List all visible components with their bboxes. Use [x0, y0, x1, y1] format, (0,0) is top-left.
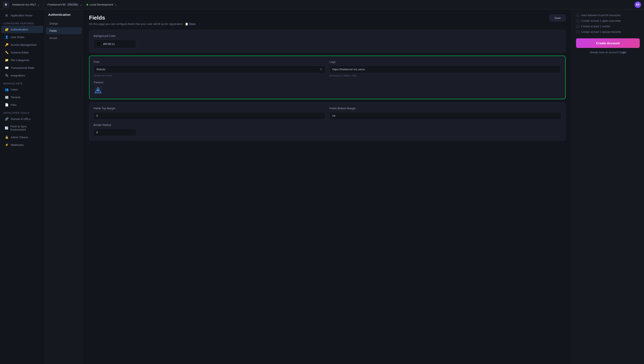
- password-rules: ○ Have between 8 and 64 characters ○ Con…: [576, 14, 640, 34]
- project-chevron-icon: ⌄: [37, 3, 40, 6]
- sidebar-item-label: Users: [11, 88, 18, 91]
- user-avatar[interactable]: EP: [635, 2, 641, 8]
- favicon-preview[interactable]: [94, 86, 102, 94]
- sidebar-item-label: Domain & URLs: [11, 117, 30, 120]
- sidebar-item-label: Tenants: [11, 96, 20, 99]
- rule-item-4: ○ Contain at least 1 special character: [576, 30, 640, 34]
- top-margin-section: Fields Top Margin: [94, 107, 325, 120]
- rule-icon-1: ○: [576, 14, 580, 17]
- subnav-title: Authentication: [45, 13, 83, 20]
- flush-sync-icon: 🔄: [5, 126, 8, 130]
- home-icon: ⊞: [5, 14, 8, 17]
- sidebar-item-label: Authentication: [11, 28, 28, 31]
- subnav-social-label: Social: [50, 36, 57, 40]
- plan-badge: Free Plan: [67, 3, 78, 6]
- sidebar-item-file-categories[interactable]: 📁 File Categories: [1, 56, 43, 64]
- app-logo: R: [3, 2, 9, 8]
- sidebar-item-label: Admin Tokens: [11, 136, 28, 139]
- sidebar-item-label: Application Home: [11, 14, 32, 17]
- rule-icon-3: ○: [576, 25, 580, 28]
- docs-link[interactable]: 📋 Docs: [185, 22, 196, 26]
- sidebar: ⊞ Application Home Configure Features 🔐 …: [0, 9, 45, 364]
- sidebar-item-transactional-mails[interactable]: ✉️ Transactional Mails: [1, 64, 43, 71]
- env-selector[interactable]: Local Development ⌄: [86, 3, 117, 6]
- font-logo-card: Font Roboto ▼ Set the form Font Logo Dim…: [89, 56, 566, 99]
- sidebar-item-label: Files: [11, 103, 16, 106]
- sidebar-item-flush-sync[interactable]: 🔄 Flush & Sync Environment: [1, 123, 43, 133]
- subnav-item-social[interactable]: Social: [46, 34, 82, 42]
- bottom-margin-label: Fields Bottom Margin: [330, 107, 561, 110]
- color-row[interactable]: #0C0E12: [94, 40, 136, 48]
- page-title: Fields: [89, 14, 196, 21]
- version-chevron-icon: ⌄: [80, 3, 82, 6]
- sidebar-item-schema-editor[interactable]: ✏️ Schema Editor: [1, 49, 43, 56]
- project-selector[interactable]: freelancer-inc-05c7 ⌄: [12, 3, 40, 6]
- file-categories-icon: 📁: [5, 58, 8, 62]
- sidebar-item-application-home[interactable]: ⊞ Application Home: [1, 12, 43, 19]
- user-roles-icon: 👤: [5, 35, 8, 39]
- sidebar-item-user-roles[interactable]: 👤 User Roles: [1, 34, 43, 41]
- rule-item-3: ○ Contain at least 1 number: [576, 25, 640, 28]
- rule-icon-4: ○: [576, 30, 580, 34]
- rule-item-1: ○ Have between 8 and 64 characters: [576, 14, 640, 17]
- webhooks-icon: ⚡: [5, 143, 8, 146]
- top-margin-input[interactable]: [94, 112, 325, 120]
- env-chevron-icon: ⌄: [114, 3, 117, 6]
- content-area: Fields On this page you can configure fi…: [83, 9, 644, 364]
- subnav-item-fields[interactable]: Fields: [46, 27, 82, 34]
- env-status-dot: [86, 4, 88, 6]
- subnav-design-label: Design: [50, 22, 58, 25]
- subnav-fields-label: Fields: [50, 29, 57, 32]
- version-selector[interactable]: FreelancerV30 Free Plan ⌄: [48, 3, 82, 6]
- background-color-card: Background Color #0C0E12: [89, 30, 566, 52]
- configure-features-section: Configure Features: [0, 19, 44, 26]
- files-icon: 📄: [5, 103, 8, 106]
- border-radius-input[interactable]: [94, 129, 136, 136]
- sidebar-item-label: User Roles: [11, 36, 24, 39]
- font-select-arrow-icon: ▼: [320, 68, 322, 71]
- sidebar-item-admin-tokens[interactable]: 🔒 Admin Tokens: [1, 134, 43, 141]
- border-radius-label: Border Radius: [94, 123, 561, 126]
- create-account-button[interactable]: Create Account: [576, 38, 640, 48]
- version-label: FreelancerV30: [48, 3, 66, 6]
- page-description: On this page you can configure fields th…: [89, 22, 196, 26]
- svg-point-2: [97, 90, 99, 91]
- transactional-mails-icon: ✉️: [5, 66, 8, 70]
- right-panel: ○ Have between 8 and 64 characters ○ Con…: [572, 9, 644, 364]
- bottom-margin-input[interactable]: [330, 112, 561, 120]
- domain-icon: 🔗: [5, 117, 8, 120]
- sidebar-item-label: File Categories: [11, 58, 29, 62]
- font-label: Font: [94, 60, 325, 64]
- sidebar-item-users[interactable]: 👥 Users: [1, 86, 43, 93]
- sidebar-item-files[interactable]: 📄 Files: [1, 101, 43, 108]
- subnav-item-design[interactable]: Design: [46, 20, 82, 27]
- logo-label: Logo: [330, 60, 561, 64]
- sidebar-item-access-management[interactable]: 🔑 Access Management: [1, 41, 43, 48]
- favicon-icon: [94, 87, 102, 94]
- fields-margin-card: Fields Top Margin Fields Bottom Margin B…: [89, 102, 566, 140]
- sidebar-item-domain-urls[interactable]: 🔗 Domain & URLs: [1, 115, 43, 122]
- admin-tokens-icon: 🔒: [5, 136, 8, 139]
- bottom-margin-section: Fields Bottom Margin: [330, 107, 561, 120]
- favicon-section: Favicon: [94, 81, 561, 94]
- font-select[interactable]: Roboto ▼: [94, 66, 325, 73]
- sidebar-item-label: Transactional Mails: [11, 66, 34, 70]
- already-account-text: Already have an account? Login: [576, 51, 640, 54]
- env-label: Local Development: [90, 3, 113, 6]
- font-logo-grid: Font Roboto ▼ Set the form Font Logo Dim…: [94, 60, 561, 77]
- users-icon: 👥: [5, 88, 8, 91]
- sidebar-item-integrations[interactable]: 🔌 Integrations: [1, 72, 43, 79]
- login-link[interactable]: Login: [620, 51, 626, 54]
- docs-icon: 📋: [185, 22, 188, 26]
- sidebar-item-label: Access Management: [11, 43, 36, 46]
- topbar-divider: /: [43, 3, 44, 6]
- sidebar-item-label: Integrations: [11, 74, 25, 77]
- save-button[interactable]: Save: [550, 14, 566, 22]
- logo-input[interactable]: [330, 66, 561, 73]
- rule-icon-2: ○: [576, 19, 580, 22]
- authentication-icon: 🔐: [5, 28, 8, 31]
- sidebar-item-tenants[interactable]: 🏢 Tenants: [1, 94, 43, 101]
- sidebar-item-webhooks[interactable]: ⚡ Webhooks: [1, 141, 43, 148]
- sidebar-item-authentication[interactable]: 🔐 Authentication: [1, 26, 43, 33]
- subnav-panel: Authentication Design Fields Social: [45, 9, 83, 364]
